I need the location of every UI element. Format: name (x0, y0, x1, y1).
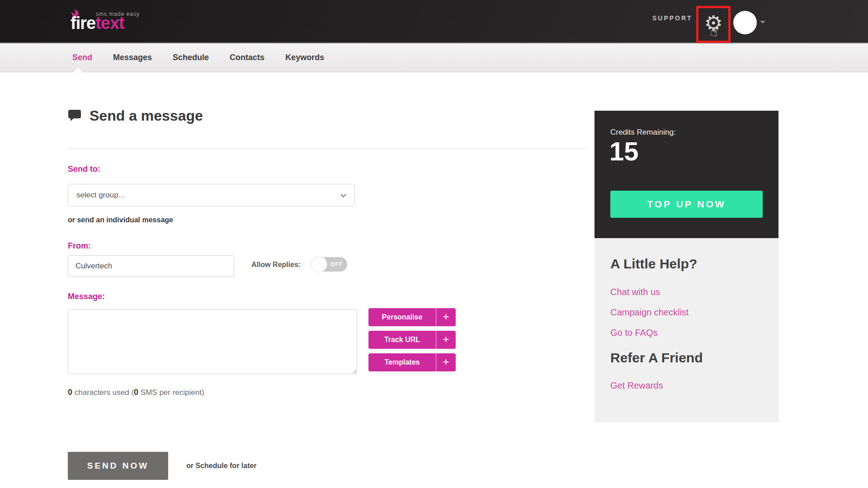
top-header-bar: sms made easy firetext SUPPORT ⚙ ☝ (0, 0, 868, 43)
group-select-value: select group... (76, 191, 125, 200)
user-avatar[interactable] (733, 11, 757, 34)
nav-tab-schedule[interactable]: Schedule (173, 53, 209, 62)
plus-icon[interactable]: + (436, 353, 456, 371)
individual-message-link[interactable]: or send an individual message (68, 216, 173, 224)
personalise-button-label: Personalise (368, 308, 436, 326)
track-url-button[interactable]: Track URL + (368, 331, 456, 349)
track-url-button-label: Track URL (368, 331, 436, 349)
campaign-checklist-link[interactable]: Campaign checklist (610, 307, 689, 318)
sms-count-text: SMS per recipient) (138, 388, 204, 397)
help-panel: A Little Help? Chat with us Campaign che… (594, 238, 778, 422)
templates-button[interactable]: Templates + (368, 353, 456, 371)
toggle-state-label: OFF (330, 261, 343, 267)
refer-a-friend-title: Refer A Friend (610, 350, 703, 366)
nav-tab-contacts[interactable]: Contacts (230, 53, 264, 62)
nav-tab-messages[interactable]: Messages (113, 53, 152, 62)
character-counter: 0 characters used (0 SMS per recipient) (68, 388, 204, 397)
help-panel-title: A Little Help? (610, 256, 697, 272)
from-label: From: (68, 241, 91, 251)
avatar-dropdown-caret-icon[interactable] (760, 21, 765, 23)
chat-with-us-link[interactable]: Chat with us (610, 287, 660, 297)
from-input[interactable] (68, 255, 234, 277)
logo-wordmark: firetext (71, 14, 124, 33)
message-label: Message: (68, 292, 105, 301)
active-tab-notch (74, 68, 83, 72)
top-up-now-button[interactable]: TOP UP NOW (610, 191, 763, 218)
templates-button-label: Templates (368, 353, 436, 371)
send-now-button[interactable]: SEND NOW (68, 452, 168, 480)
credits-remaining-value: 15 (609, 136, 639, 166)
logo-word-fire: fire (71, 14, 95, 33)
sms-count: 0 (134, 388, 138, 397)
nav-tab-send[interactable]: Send (72, 53, 92, 62)
firetext-send-page: sms made easy firetext SUPPORT ⚙ ☝ Send … (0, 0, 868, 488)
plus-icon[interactable]: + (436, 331, 456, 349)
page-title: Send a message (90, 108, 203, 124)
message-textarea[interactable] (68, 310, 357, 374)
allow-replies-label: Allow Replies: (251, 261, 301, 269)
credits-remaining-label: Credits Remaining: (610, 128, 676, 137)
page-title-row: Send a message (68, 108, 203, 124)
group-select[interactable]: select group... (68, 184, 355, 206)
char-count: 0 (68, 388, 72, 397)
nav-tab-keywords[interactable]: Keywords (285, 53, 324, 62)
plus-icon[interactable]: + (436, 308, 456, 326)
firetext-logo[interactable]: sms made easy firetext (67, 4, 166, 40)
support-link[interactable]: SUPPORT (652, 14, 693, 22)
schedule-for-later-link[interactable]: or Schedule for later (186, 462, 257, 470)
allow-replies-toggle[interactable]: OFF (312, 257, 347, 272)
credits-panel: Credits Remaining: 15 TOP UP NOW (594, 111, 778, 238)
speech-bubble-icon (68, 109, 81, 123)
title-divider (68, 148, 586, 149)
logo-word-text: text (95, 14, 124, 33)
send-to-label: Send to: (68, 164, 100, 174)
get-rewards-link[interactable]: Get Rewards (610, 380, 663, 391)
toggle-knob (311, 256, 327, 272)
go-to-faqs-link[interactable]: Go to FAQs (610, 328, 657, 338)
chevron-down-icon (340, 192, 346, 197)
settings-annotation-box: ⚙ ☝ (696, 6, 731, 43)
char-count-text: characters used ( (72, 388, 134, 397)
main-nav: Send Messages Schedule Contacts Keywords (0, 43, 868, 72)
personalise-button[interactable]: Personalise + (368, 308, 456, 326)
gear-icon[interactable]: ⚙ (704, 13, 722, 33)
